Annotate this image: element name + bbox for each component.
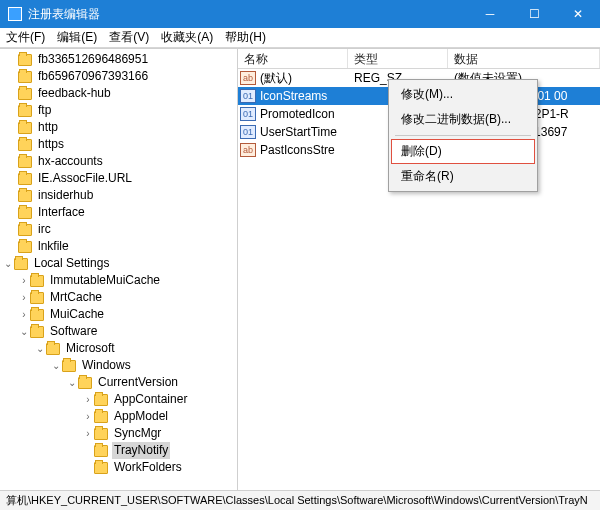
expand-icon[interactable]: › bbox=[82, 408, 94, 425]
expand-icon[interactable]: › bbox=[18, 306, 30, 323]
folder-icon bbox=[18, 207, 32, 219]
tree-item[interactable]: ⌄CurrentVersion bbox=[2, 374, 237, 391]
folder-icon bbox=[18, 71, 32, 83]
menu-favorites[interactable]: 收藏夹(A) bbox=[161, 29, 213, 46]
expand-icon[interactable]: › bbox=[18, 272, 30, 289]
menu-view[interactable]: 查看(V) bbox=[109, 29, 149, 46]
folder-icon bbox=[14, 258, 28, 270]
menu-rename[interactable]: 重命名(R) bbox=[391, 164, 535, 189]
collapse-icon[interactable]: ⌄ bbox=[34, 340, 46, 357]
list-header: 名称 类型 数据 bbox=[238, 49, 600, 69]
content-area: fb336512696486951 fb659670967393166 feed… bbox=[0, 48, 600, 490]
folder-icon bbox=[62, 360, 76, 372]
menu-modify[interactable]: 修改(M)... bbox=[391, 82, 535, 107]
tree-item[interactable]: ›AppContainer bbox=[2, 391, 237, 408]
menu-file[interactable]: 文件(F) bbox=[6, 29, 45, 46]
context-menu: 修改(M)... 修改二进制数据(B)... 删除(D) 重命名(R) bbox=[388, 79, 538, 192]
string-value-icon: ab bbox=[240, 143, 256, 157]
tree-item[interactable]: fb336512696486951 bbox=[2, 51, 237, 68]
tree-item[interactable]: lnkfile bbox=[2, 238, 237, 255]
folder-icon bbox=[18, 224, 32, 236]
binary-value-icon: 01 bbox=[240, 107, 256, 121]
menu-delete[interactable]: 删除(D) bbox=[391, 139, 535, 164]
binary-value-icon: 01 bbox=[240, 89, 256, 103]
expand-icon[interactable]: › bbox=[82, 391, 94, 408]
tree-item[interactable]: feedback-hub bbox=[2, 85, 237, 102]
expand-icon[interactable]: › bbox=[18, 289, 30, 306]
menu-modify-binary[interactable]: 修改二进制数据(B)... bbox=[391, 107, 535, 132]
tree-item[interactable]: ⌄Microsoft bbox=[2, 340, 237, 357]
folder-icon bbox=[18, 105, 32, 117]
folder-icon bbox=[18, 54, 32, 66]
menu-bar: 文件(F) 编辑(E) 查看(V) 收藏夹(A) 帮助(H) bbox=[0, 28, 600, 48]
tree-item[interactable]: ›SyncMgr bbox=[2, 425, 237, 442]
tree-item[interactable]: http bbox=[2, 119, 237, 136]
tree-item[interactable]: ›AppModel bbox=[2, 408, 237, 425]
status-path: 算机\HKEY_CURRENT_USER\SOFTWARE\Classes\Lo… bbox=[6, 493, 588, 508]
maximize-button[interactable]: ☐ bbox=[512, 0, 556, 28]
collapse-icon[interactable]: ⌄ bbox=[50, 357, 62, 374]
tree-item-selected[interactable]: TrayNotify bbox=[2, 442, 237, 459]
tree-item[interactable]: ⌄Software bbox=[2, 323, 237, 340]
folder-icon bbox=[18, 156, 32, 168]
folder-icon bbox=[30, 309, 44, 321]
menu-separator bbox=[395, 135, 531, 136]
list-rows: ab(默认) REG_SZ (数值未设置) 01IconStreams 00 0… bbox=[238, 69, 600, 490]
collapse-icon[interactable]: ⌄ bbox=[2, 255, 14, 272]
title-bar: 注册表编辑器 ─ ☐ ✕ bbox=[0, 0, 600, 28]
tree-item[interactable]: hx-accounts bbox=[2, 153, 237, 170]
window-controls: ─ ☐ ✕ bbox=[468, 0, 600, 28]
folder-icon bbox=[18, 241, 32, 253]
menu-edit[interactable]: 编辑(E) bbox=[57, 29, 97, 46]
folder-icon bbox=[94, 445, 108, 457]
tree-item[interactable]: fb659670967393166 bbox=[2, 68, 237, 85]
tree-item[interactable]: insiderhub bbox=[2, 187, 237, 204]
folder-icon bbox=[94, 428, 108, 440]
folder-icon bbox=[18, 173, 32, 185]
folder-icon bbox=[18, 190, 32, 202]
folder-icon bbox=[18, 139, 32, 151]
header-name[interactable]: 名称 bbox=[238, 49, 348, 68]
menu-help[interactable]: 帮助(H) bbox=[225, 29, 266, 46]
close-button[interactable]: ✕ bbox=[556, 0, 600, 28]
tree-item[interactable]: irc bbox=[2, 221, 237, 238]
collapse-icon[interactable]: ⌄ bbox=[18, 323, 30, 340]
folder-icon bbox=[46, 343, 60, 355]
folder-icon bbox=[30, 292, 44, 304]
string-value-icon: ab bbox=[240, 71, 256, 85]
window-title: 注册表编辑器 bbox=[28, 6, 468, 23]
tree-item[interactable]: ›ImmutableMuiCache bbox=[2, 272, 237, 289]
tree-item[interactable]: ⌄Local Settings bbox=[2, 255, 237, 272]
tree-item[interactable]: ftp bbox=[2, 102, 237, 119]
tree-item[interactable]: IE.AssocFile.URL bbox=[2, 170, 237, 187]
tree-item[interactable]: https bbox=[2, 136, 237, 153]
folder-icon bbox=[78, 377, 92, 389]
app-icon bbox=[8, 7, 22, 21]
tree-item[interactable]: ›MrtCache bbox=[2, 289, 237, 306]
values-panel: 名称 类型 数据 ab(默认) REG_SZ (数值未设置) 01IconStr… bbox=[238, 49, 600, 490]
status-bar: 算机\HKEY_CURRENT_USER\SOFTWARE\Classes\Lo… bbox=[0, 490, 600, 510]
folder-icon bbox=[18, 122, 32, 134]
tree-item[interactable]: ›MuiCache bbox=[2, 306, 237, 323]
folder-icon bbox=[30, 326, 44, 338]
minimize-button[interactable]: ─ bbox=[468, 0, 512, 28]
folder-icon bbox=[94, 394, 108, 406]
binary-value-icon: 01 bbox=[240, 125, 256, 139]
tree-item[interactable]: WorkFolders bbox=[2, 459, 237, 476]
tree-item[interactable]: ⌄Windows bbox=[2, 357, 237, 374]
folder-icon bbox=[94, 411, 108, 423]
header-type[interactable]: 类型 bbox=[348, 49, 448, 68]
folder-icon bbox=[30, 275, 44, 287]
expand-icon[interactable]: › bbox=[82, 425, 94, 442]
tree-item[interactable]: Interface bbox=[2, 204, 237, 221]
collapse-icon[interactable]: ⌄ bbox=[66, 374, 78, 391]
header-data[interactable]: 数据 bbox=[448, 49, 600, 68]
folder-icon bbox=[18, 88, 32, 100]
folder-icon bbox=[94, 462, 108, 474]
tree-panel[interactable]: fb336512696486951 fb659670967393166 feed… bbox=[0, 49, 238, 490]
